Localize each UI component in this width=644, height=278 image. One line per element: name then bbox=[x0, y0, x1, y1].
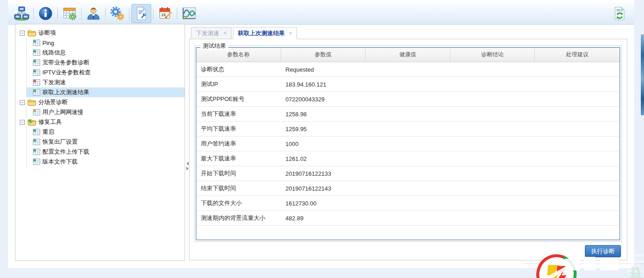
execute-diagnosis-button[interactable]: 执行诊断 bbox=[585, 245, 621, 257]
tab-close-icon[interactable]: × bbox=[223, 30, 227, 36]
tree-folder-row[interactable]: −修复工具 bbox=[15, 117, 185, 127]
tree-item[interactable]: 版本文件下载 bbox=[27, 157, 185, 167]
calendar-button[interactable]: 15 bbox=[155, 4, 175, 23]
conclusion-cell bbox=[450, 166, 535, 181]
conclusion-cell bbox=[450, 92, 535, 106]
vertical-scrollbar-thumb[interactable] bbox=[641, 34, 644, 115]
health-cell bbox=[366, 137, 450, 151]
health-cell bbox=[366, 122, 450, 136]
table-row[interactable]: 下载的文件大小1612730.00 bbox=[196, 196, 620, 211]
tab-close-icon[interactable]: × bbox=[289, 30, 292, 36]
param-value-cell: 1259.95 bbox=[281, 122, 366, 136]
diagnostic-document-icon bbox=[134, 6, 148, 21]
tree-expand-toggle[interactable]: − bbox=[20, 31, 25, 36]
toolbar-separator bbox=[105, 8, 106, 19]
toolbar-separator bbox=[129, 8, 130, 19]
tree-item[interactable]: IPTV业务参数检查 bbox=[27, 68, 185, 77]
tab-strip: 下发测速×获取上次测速结果× bbox=[189, 27, 627, 39]
health-cell bbox=[366, 62, 450, 77]
table-settings-button[interactable] bbox=[60, 4, 79, 23]
table-row[interactable]: 用户签约速率1000 bbox=[196, 137, 620, 151]
tree-item-label: 恢复出厂设置 bbox=[42, 138, 78, 146]
table-row[interactable]: 平均下载速率1259.95 bbox=[196, 122, 620, 137]
param-value-cell: 1261.02 bbox=[281, 151, 366, 166]
health-cell bbox=[366, 77, 450, 91]
table-item-icon bbox=[33, 40, 40, 46]
table-item-icon bbox=[33, 129, 40, 135]
tree-item-label: 用户上网网速慢 bbox=[42, 108, 83, 116]
param-name-cell: 测试IP bbox=[196, 77, 281, 91]
conclusion-cell bbox=[450, 62, 535, 77]
tree-item-label: 获取上次测速结果 bbox=[42, 88, 89, 96]
column-header: 健康值 bbox=[366, 48, 450, 62]
tree-expand-toggle[interactable]: − bbox=[20, 120, 25, 125]
table-row[interactable]: 当前下载速率1258.98 bbox=[196, 107, 620, 122]
diagnostic-document-button[interactable] bbox=[131, 4, 151, 23]
table-item-icon bbox=[33, 89, 40, 96]
health-cell bbox=[366, 181, 450, 196]
calendar-icon: 15 bbox=[158, 6, 173, 21]
tree-folder-row[interactable]: −诊断项 bbox=[15, 28, 185, 38]
toolbar-separator bbox=[33, 8, 34, 19]
conclusion-cell bbox=[450, 122, 535, 136]
tree-item[interactable]: 用户上网网速慢 bbox=[27, 107, 185, 117]
conclusion-cell bbox=[450, 107, 535, 121]
param-name-cell: 诊断状态 bbox=[196, 62, 281, 77]
suggestion-cell bbox=[535, 151, 620, 166]
table-item-icon bbox=[33, 149, 40, 155]
toolbar-separator bbox=[81, 8, 82, 19]
health-cell bbox=[366, 196, 450, 210]
folder-tools-icon bbox=[28, 119, 36, 126]
refresh-document-button[interactable] bbox=[610, 4, 630, 23]
tree-folder-row[interactable]: −分场景诊断 bbox=[15, 97, 185, 107]
toolbar-separator bbox=[57, 8, 58, 19]
table-item-icon bbox=[33, 69, 40, 76]
param-name-cell: 开始下载时间 bbox=[196, 166, 281, 181]
network-topology-button[interactable] bbox=[12, 4, 32, 23]
performance-chart-button[interactable] bbox=[179, 4, 199, 23]
tree-item[interactable]: Ping bbox=[27, 38, 185, 48]
tab-inactive[interactable]: 下发测速× bbox=[191, 27, 232, 39]
tree-item[interactable]: 重启 bbox=[27, 127, 185, 137]
table-row[interactable]: 测试IP183.94.160.121 bbox=[196, 77, 620, 92]
tree-item[interactable]: 配置文件上传下载 bbox=[27, 147, 185, 157]
suggestion-cell bbox=[535, 166, 620, 181]
table-row[interactable]: 测试PPPOE账号072200043329 bbox=[196, 92, 620, 107]
main-content: 下发测速×获取上次测速结果× 测试结果 参数名称参数值健康值诊断结论处理建议 诊… bbox=[189, 27, 627, 260]
tab-content-panel: 测试结果 参数名称参数值健康值诊断结论处理建议 诊断状态Requested测试I… bbox=[189, 39, 627, 260]
param-name-cell: 平均下载速率 bbox=[196, 122, 281, 136]
suggestion-cell bbox=[535, 122, 620, 136]
tree-item[interactable]: 下发测速 bbox=[27, 77, 185, 87]
tree-expand-toggle[interactable]: − bbox=[20, 100, 25, 105]
tab-active[interactable]: 获取上次测速结果× bbox=[233, 27, 297, 39]
param-value-cell: 20190716122143 bbox=[281, 181, 366, 196]
param-name-cell: 用户签约速率 bbox=[196, 137, 281, 151]
conclusion-cell bbox=[450, 211, 535, 225]
table-row[interactable]: 结束下载时间20190716122143 bbox=[196, 181, 620, 196]
settings-gears-button[interactable] bbox=[107, 4, 127, 23]
param-value-cell: 1000 bbox=[281, 137, 366, 151]
tree-item[interactable]: 线路信息 bbox=[27, 48, 185, 58]
collapse-left-icon bbox=[186, 162, 189, 165]
tree-item[interactable]: 宽带业务参数诊断 bbox=[27, 58, 185, 68]
param-name-cell: 下载的文件大小 bbox=[196, 196, 281, 210]
table-row[interactable]: 开始下载时间20190716122133 bbox=[196, 166, 620, 181]
param-name-cell: 最大下载速率 bbox=[196, 151, 281, 166]
fieldset-legend: 测试结果 bbox=[200, 42, 228, 50]
tree-item-label: Ping bbox=[42, 40, 54, 46]
toolbar: 15 bbox=[8, 3, 634, 25]
suggestion-cell bbox=[535, 211, 620, 225]
info-button[interactable] bbox=[36, 4, 56, 23]
table-item-icon bbox=[33, 159, 40, 165]
param-value-cell: 1258.98 bbox=[281, 107, 366, 121]
table-item-icon bbox=[33, 139, 40, 145]
tree-item[interactable]: 获取上次测速结果 bbox=[27, 87, 185, 97]
suggestion-cell bbox=[535, 181, 620, 196]
user-button[interactable] bbox=[83, 4, 103, 23]
suggestion-cell bbox=[535, 92, 620, 106]
tree-item[interactable]: 恢复出厂设置 bbox=[27, 137, 185, 147]
table-row[interactable]: 测速期内的背景流量大小482.89 bbox=[196, 211, 620, 226]
collapse-right-icon bbox=[186, 167, 189, 170]
table-row[interactable]: 最大下载速率1261.02 bbox=[196, 151, 620, 166]
table-row[interactable]: 诊断状态Requested bbox=[196, 62, 620, 77]
